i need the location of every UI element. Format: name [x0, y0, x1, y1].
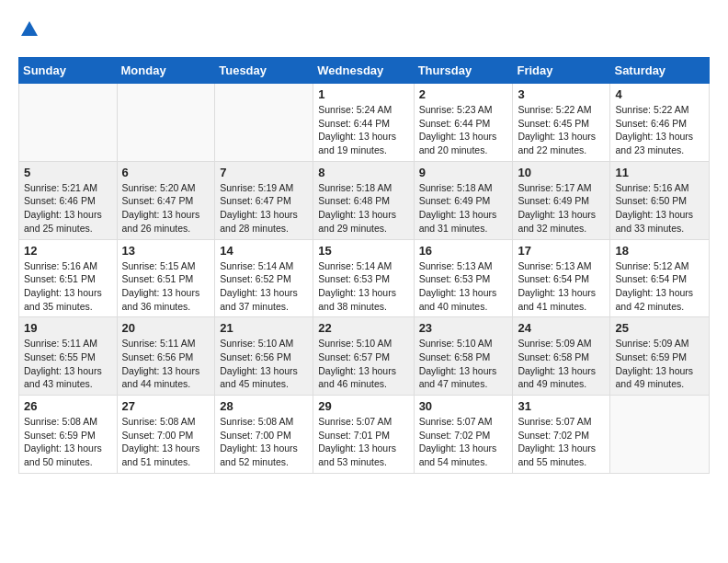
day-number: 30	[419, 399, 508, 413]
day-number: 5	[24, 166, 112, 179]
calendar-cell: 2Sunrise: 5:23 AM Sunset: 6:44 PM Daylig…	[414, 84, 513, 162]
calendar-cell	[19, 84, 118, 162]
calendar-cell: 9Sunrise: 5:18 AM Sunset: 6:49 PM Daylig…	[414, 161, 513, 239]
day-number: 1	[318, 87, 408, 101]
calendar-cell: 5Sunrise: 5:21 AM Sunset: 6:46 PM Daylig…	[19, 161, 118, 239]
day-number: 21	[220, 321, 308, 335]
calendar-cell: 1Sunrise: 5:24 AM Sunset: 6:44 PM Daylig…	[313, 84, 414, 162]
day-number: 3	[518, 87, 605, 101]
day-info: Sunrise: 5:22 AM Sunset: 6:45 PM Dayligh…	[518, 103, 605, 157]
day-number: 27	[122, 399, 210, 413]
day-number: 23	[419, 321, 508, 335]
calendar-cell: 3Sunrise: 5:22 AM Sunset: 6:45 PM Daylig…	[513, 84, 610, 162]
day-info: Sunrise: 5:07 AM Sunset: 7:02 PM Dayligh…	[419, 415, 508, 469]
calendar-cell: 17Sunrise: 5:13 AM Sunset: 6:54 PM Dayli…	[513, 239, 610, 317]
day-number: 12	[24, 244, 112, 258]
day-info: Sunrise: 5:17 AM Sunset: 6:49 PM Dayligh…	[518, 181, 605, 236]
day-number: 26	[24, 399, 112, 413]
day-number: 16	[419, 244, 508, 258]
day-info: Sunrise: 5:11 AM Sunset: 6:55 PM Dayligh…	[24, 337, 112, 391]
calendar-cell: 20Sunrise: 5:11 AM Sunset: 6:56 PM Dayli…	[117, 317, 215, 396]
col-header-friday: Friday	[513, 58, 610, 84]
day-info: Sunrise: 5:10 AM Sunset: 6:57 PM Dayligh…	[318, 337, 408, 391]
calendar-week-row: 12Sunrise: 5:16 AM Sunset: 6:51 PM Dayli…	[19, 239, 710, 317]
day-info: Sunrise: 5:13 AM Sunset: 6:53 PM Dayligh…	[419, 259, 508, 314]
calendar-header-row: SundayMondayTuesdayWednesdayThursdayFrid…	[19, 58, 710, 84]
day-info: Sunrise: 5:10 AM Sunset: 6:56 PM Dayligh…	[220, 337, 308, 391]
day-info: Sunrise: 5:22 AM Sunset: 6:46 PM Dayligh…	[615, 103, 704, 157]
day-number: 31	[518, 399, 605, 413]
calendar-cell	[610, 396, 710, 474]
day-info: Sunrise: 5:15 AM Sunset: 6:51 PM Dayligh…	[122, 259, 210, 314]
day-number: 17	[518, 244, 605, 258]
calendar-cell: 29Sunrise: 5:07 AM Sunset: 7:01 PM Dayli…	[313, 396, 414, 474]
day-info: Sunrise: 5:19 AM Sunset: 6:47 PM Dayligh…	[220, 181, 308, 236]
day-info: Sunrise: 5:20 AM Sunset: 6:47 PM Dayligh…	[122, 181, 210, 236]
calendar-cell: 4Sunrise: 5:22 AM Sunset: 6:46 PM Daylig…	[610, 84, 710, 162]
logo-icon	[21, 21, 38, 36]
day-info: Sunrise: 5:08 AM Sunset: 7:00 PM Dayligh…	[220, 415, 308, 469]
day-info: Sunrise: 5:16 AM Sunset: 6:51 PM Dayligh…	[24, 259, 112, 314]
calendar-cell: 11Sunrise: 5:16 AM Sunset: 6:50 PM Dayli…	[610, 161, 710, 239]
day-info: Sunrise: 5:18 AM Sunset: 6:48 PM Dayligh…	[318, 181, 408, 236]
day-number: 4	[615, 87, 704, 101]
col-header-monday: Monday	[117, 58, 215, 84]
day-number: 13	[122, 244, 210, 258]
calendar-cell: 19Sunrise: 5:11 AM Sunset: 6:55 PM Dayli…	[19, 317, 118, 396]
day-info: Sunrise: 5:18 AM Sunset: 6:49 PM Dayligh…	[419, 181, 508, 236]
calendar-cell: 23Sunrise: 5:10 AM Sunset: 6:58 PM Dayli…	[414, 317, 513, 396]
day-info: Sunrise: 5:16 AM Sunset: 6:50 PM Dayligh…	[615, 181, 704, 236]
day-number: 8	[318, 166, 408, 179]
day-number: 20	[122, 321, 210, 335]
calendar-cell: 24Sunrise: 5:09 AM Sunset: 6:58 PM Dayli…	[513, 317, 610, 396]
day-info: Sunrise: 5:07 AM Sunset: 7:02 PM Dayligh…	[518, 415, 605, 469]
calendar-cell: 18Sunrise: 5:12 AM Sunset: 6:54 PM Dayli…	[610, 239, 710, 317]
calendar-cell: 31Sunrise: 5:07 AM Sunset: 7:02 PM Dayli…	[513, 396, 610, 474]
day-info: Sunrise: 5:24 AM Sunset: 6:44 PM Dayligh…	[318, 103, 408, 157]
logo	[18, 18, 38, 42]
day-info: Sunrise: 5:10 AM Sunset: 6:58 PM Dayligh…	[419, 337, 508, 391]
col-header-sunday: Sunday	[19, 58, 118, 84]
calendar-cell: 21Sunrise: 5:10 AM Sunset: 6:56 PM Dayli…	[215, 317, 313, 396]
calendar-week-row: 26Sunrise: 5:08 AM Sunset: 6:59 PM Dayli…	[19, 396, 710, 474]
day-info: Sunrise: 5:08 AM Sunset: 6:59 PM Dayligh…	[24, 415, 112, 469]
day-info: Sunrise: 5:09 AM Sunset: 6:58 PM Dayligh…	[518, 337, 605, 391]
page-header	[18, 18, 710, 42]
calendar-cell: 13Sunrise: 5:15 AM Sunset: 6:51 PM Dayli…	[117, 239, 215, 317]
calendar-cell: 6Sunrise: 5:20 AM Sunset: 6:47 PM Daylig…	[117, 161, 215, 239]
calendar-cell: 25Sunrise: 5:09 AM Sunset: 6:59 PM Dayli…	[610, 317, 710, 396]
col-header-tuesday: Tuesday	[215, 58, 313, 84]
calendar-cell	[117, 84, 215, 162]
calendar-cell: 10Sunrise: 5:17 AM Sunset: 6:49 PM Dayli…	[513, 161, 610, 239]
day-number: 15	[318, 244, 408, 258]
day-number: 9	[419, 166, 508, 179]
calendar-cell	[215, 84, 313, 162]
col-header-thursday: Thursday	[414, 58, 513, 84]
day-info: Sunrise: 5:14 AM Sunset: 6:52 PM Dayligh…	[220, 259, 308, 314]
calendar-cell: 26Sunrise: 5:08 AM Sunset: 6:59 PM Dayli…	[19, 396, 118, 474]
day-info: Sunrise: 5:23 AM Sunset: 6:44 PM Dayligh…	[419, 103, 508, 157]
calendar-cell: 22Sunrise: 5:10 AM Sunset: 6:57 PM Dayli…	[313, 317, 414, 396]
day-number: 22	[318, 321, 408, 335]
day-number: 6	[122, 166, 210, 179]
day-number: 24	[518, 321, 605, 335]
day-info: Sunrise: 5:14 AM Sunset: 6:53 PM Dayligh…	[318, 259, 408, 314]
calendar-cell: 28Sunrise: 5:08 AM Sunset: 7:00 PM Dayli…	[215, 396, 313, 474]
day-number: 19	[24, 321, 112, 335]
calendar-week-row: 1Sunrise: 5:24 AM Sunset: 6:44 PM Daylig…	[19, 84, 710, 162]
calendar-table: SundayMondayTuesdayWednesdayThursdayFrid…	[18, 57, 710, 474]
day-number: 11	[615, 166, 704, 179]
day-number: 18	[615, 244, 704, 258]
col-header-saturday: Saturday	[610, 58, 710, 84]
calendar-cell: 7Sunrise: 5:19 AM Sunset: 6:47 PM Daylig…	[215, 161, 313, 239]
day-number: 7	[220, 166, 308, 179]
day-number: 29	[318, 399, 408, 413]
day-info: Sunrise: 5:07 AM Sunset: 7:01 PM Dayligh…	[318, 415, 408, 469]
day-info: Sunrise: 5:09 AM Sunset: 6:59 PM Dayligh…	[615, 337, 704, 391]
col-header-wednesday: Wednesday	[313, 58, 414, 84]
day-number: 28	[220, 399, 308, 413]
calendar-cell: 27Sunrise: 5:08 AM Sunset: 7:00 PM Dayli…	[117, 396, 215, 474]
calendar-cell: 12Sunrise: 5:16 AM Sunset: 6:51 PM Dayli…	[19, 239, 118, 317]
day-number: 14	[220, 244, 308, 258]
day-info: Sunrise: 5:13 AM Sunset: 6:54 PM Dayligh…	[518, 259, 605, 314]
